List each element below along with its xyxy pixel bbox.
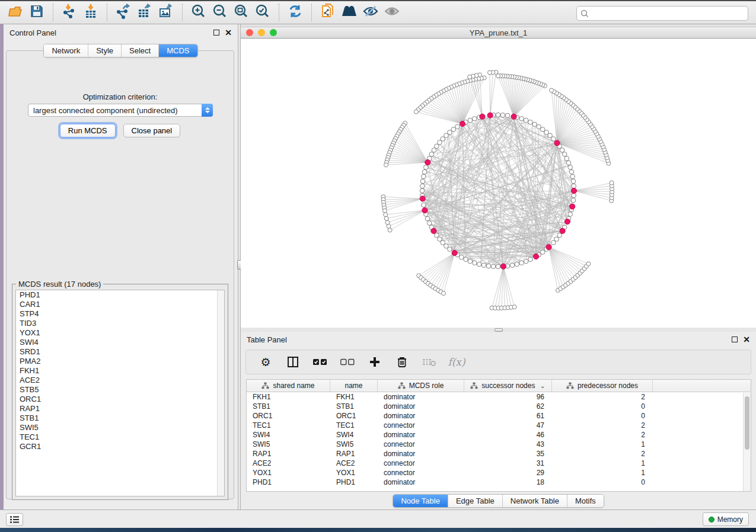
table-row[interactable]: PHD1PHD1dominator180 — [247, 477, 751, 487]
mcds-result-list[interactable]: PHD1CAR1STP4TID3YOX1SWI4SRD1PMA2FKH1ACE2… — [15, 290, 225, 496]
attribute-tree-icon — [261, 382, 269, 389]
toolbar-separator — [279, 4, 279, 21]
column-header-name[interactable]: name — [330, 380, 378, 392]
table-cell: 47 — [464, 421, 552, 430]
close-panel-icon[interactable]: ✕ — [225, 30, 232, 36]
table-row[interactable]: SWI4SWI4dominator462 — [247, 430, 751, 440]
table-row[interactable]: ORC1ORC1dominator610 — [247, 411, 751, 421]
column-header-successor-nodes[interactable]: successor nodes⌄ — [464, 380, 552, 392]
table-row[interactable]: STB1STB1dominator620 — [247, 402, 751, 411]
delete-column-button[interactable] — [394, 354, 410, 370]
network-window-title: YPA_prune.txt_1 — [241, 28, 756, 37]
mcds-result-item[interactable]: GCR1 — [16, 442, 224, 451]
panel-splitter-horizontal[interactable] — [241, 328, 756, 332]
table-cell: 43 — [464, 440, 552, 448]
network-graph[interactable] — [241, 39, 756, 328]
mcds-result-item[interactable]: TID3 — [16, 319, 224, 328]
mcds-result-item[interactable]: ACE2 — [16, 376, 224, 385]
show-panels-menu-button[interactable] — [6, 513, 23, 526]
hide-selected-button[interactable] — [360, 3, 381, 22]
column-header-predecessor-nodes[interactable]: predecessor nodes — [552, 380, 653, 392]
mcds-result-item[interactable]: SRD1 — [16, 347, 224, 357]
deselect-all-rows-button[interactable] — [340, 354, 355, 370]
table-row[interactable]: ACE2ACE2connector311 — [247, 459, 751, 468]
table-row[interactable]: TEC1TEC1connector472 — [247, 421, 751, 430]
export-image-button[interactable] — [155, 3, 177, 22]
function-builder-button[interactable]: f(x) — [449, 354, 464, 370]
tab-network[interactable]: Network — [44, 44, 88, 57]
tab-select[interactable]: Select — [121, 44, 158, 57]
close-panel-icon[interactable]: ✕ — [743, 336, 750, 342]
table-panel-title: Table Panel — [247, 335, 287, 344]
sort-indicator-icon: ⌄ — [540, 382, 545, 390]
share-document-button[interactable] — [317, 3, 339, 22]
mcds-result-item[interactable]: STB5 — [16, 385, 224, 395]
mcds-result-item[interactable]: ORC1 — [16, 395, 224, 404]
export-network-button[interactable] — [113, 3, 134, 22]
mcds-result-item[interactable]: STP4 — [16, 309, 224, 319]
table-row[interactable]: FKH1FKH1dominator962 — [247, 392, 751, 402]
add-column-button[interactable] — [367, 354, 382, 370]
refresh-button[interactable] — [285, 3, 306, 22]
float-panel-icon[interactable] — [213, 30, 219, 36]
tab-motifs[interactable]: Motifs — [567, 495, 604, 507]
tab-style[interactable]: Style — [88, 44, 121, 57]
control-panel-title: Control Panel — [9, 28, 56, 37]
zoom-selected-icon — [255, 4, 270, 21]
table-cell: PHD1 — [330, 478, 378, 486]
save-session-button[interactable] — [26, 3, 47, 22]
table-cell: dominator — [378, 478, 464, 486]
zoom-selected-button[interactable] — [252, 3, 273, 22]
column-label: successor nodes — [481, 382, 535, 390]
zoom-out-button[interactable] — [209, 3, 231, 22]
import-network-button[interactable] — [59, 3, 80, 22]
network-canvas[interactable] — [241, 39, 756, 328]
mcds-result-item[interactable]: FKH1 — [16, 366, 224, 376]
mcds-result-item[interactable]: RAP1 — [16, 404, 224, 414]
zoom-fit-icon — [234, 4, 249, 21]
table-cell: connector — [378, 469, 464, 477]
delete-table-button[interactable] — [422, 354, 437, 370]
table-row[interactable]: SWI5SWI5connector431 — [247, 440, 751, 449]
first-neighbors-button[interactable] — [339, 3, 360, 22]
tab-network-table[interactable]: Network Table — [502, 495, 567, 507]
scrollbar-thumb[interactable] — [745, 396, 749, 450]
optimization-criterion-select[interactable]: largest connected component (undirected) — [28, 104, 213, 117]
table-row[interactable]: RAP1RAP1dominator352 — [247, 449, 751, 459]
mcds-list-scrollbar[interactable] — [217, 290, 224, 496]
mcds-result-item[interactable]: YOX1 — [16, 328, 224, 338]
select-all-rows-button[interactable] — [312, 354, 328, 370]
tab-mcds[interactable]: MCDS — [158, 44, 197, 57]
mcds-result-item[interactable]: CAR1 — [16, 300, 224, 309]
export-network-icon — [116, 4, 131, 21]
column-header-shared-name[interactable]: shared name — [247, 380, 330, 392]
tab-edge-table[interactable]: Edge Table — [448, 495, 502, 507]
memory-button[interactable]: Memory — [703, 512, 749, 526]
table-scrollbar[interactable] — [743, 393, 751, 491]
column-layout-button[interactable] — [285, 354, 301, 370]
table-row[interactable]: YOX1YOX1connector291 — [247, 468, 751, 477]
mcds-result-item[interactable]: PHD1 — [16, 290, 224, 300]
mcds-result-item[interactable]: TEC1 — [16, 432, 224, 442]
zoom-in-button[interactable] — [188, 3, 209, 22]
mcds-result-item[interactable]: SWI4 — [16, 338, 224, 347]
open-session-button[interactable] — [5, 3, 26, 22]
mcds-result-item[interactable]: PMA2 — [16, 357, 224, 366]
run-mcds-button[interactable]: Run MCDS — [60, 124, 116, 137]
zoom-fit-button[interactable] — [231, 3, 252, 22]
table-settings-button[interactable]: ⚙ — [258, 354, 273, 370]
export-table-button[interactable] — [134, 3, 155, 22]
mcds-result-title: MCDS result (17 nodes) — [16, 280, 103, 289]
import-table-button[interactable] — [80, 3, 101, 22]
gear-icon: ⚙ — [260, 355, 270, 369]
main-toolbar — [0, 0, 756, 24]
close-panel-button[interactable]: Close panel — [123, 124, 181, 137]
column-header-mcds-role[interactable]: MCDS role — [378, 380, 464, 392]
mcds-result-item[interactable]: SWI5 — [16, 423, 224, 432]
show-all-button[interactable] — [381, 3, 403, 22]
search-input[interactable] — [591, 8, 744, 20]
float-panel-icon[interactable] — [732, 336, 738, 342]
tab-node-table[interactable]: Node Table — [393, 495, 448, 507]
toolbar-separator — [311, 4, 312, 21]
mcds-result-item[interactable]: STB1 — [16, 414, 224, 423]
